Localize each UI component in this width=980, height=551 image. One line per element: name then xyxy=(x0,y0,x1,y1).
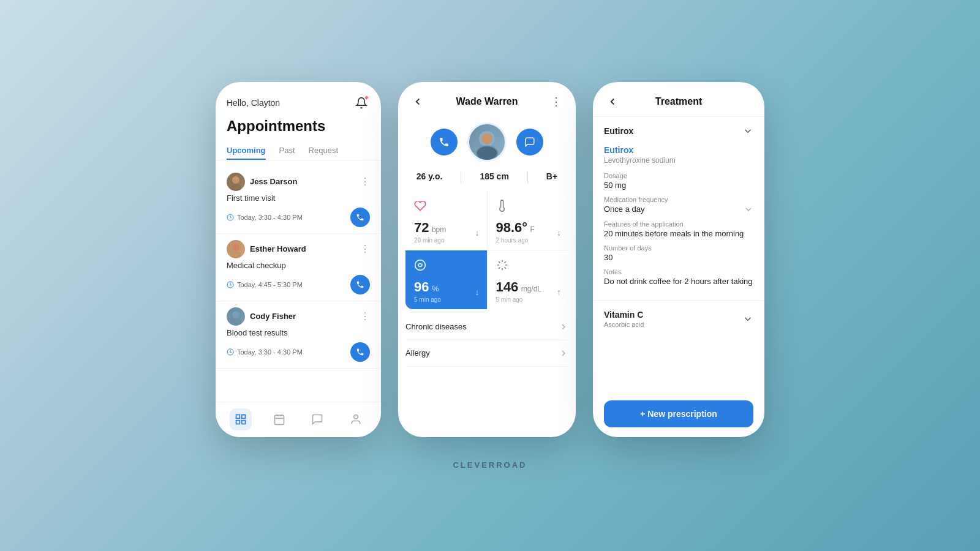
patient-age: 26 y.o. xyxy=(417,171,443,181)
treatment-back-button[interactable] xyxy=(604,93,621,110)
vital-blood-sugar: 146 mg/dL 5 min ago ↑ xyxy=(488,250,569,309)
svg-point-17 xyxy=(353,415,358,419)
call-button-2[interactable] xyxy=(350,275,370,294)
oxygen-unit: % xyxy=(432,284,439,293)
vitamin-c-name: Vitamin C xyxy=(604,310,644,320)
dosage-row: Dosage 50 mg xyxy=(604,172,753,190)
svg-point-4 xyxy=(230,251,241,258)
days-row: Number of days 30 xyxy=(604,244,753,262)
frequency-row: Medication frequency Once a day xyxy=(604,196,753,214)
svg-point-0 xyxy=(232,176,239,184)
patient-profile-phone: Wade Warren ⋮ 26 y.o. 185 cm xyxy=(398,82,576,437)
patient-avatar xyxy=(467,122,507,162)
svg-rect-9 xyxy=(236,415,240,419)
vital-temperature: 98.6° F 2 hours ago ↓ xyxy=(488,191,569,250)
greeting-text: Hello, Clayton xyxy=(227,98,280,108)
nav-calendar[interactable] xyxy=(268,408,290,430)
eutirox-section: Eutirox Eutirox Levothyroxine sodium Dos… xyxy=(593,117,764,301)
svg-point-3 xyxy=(232,244,239,251)
branding-text: CLEVERROAD xyxy=(453,460,527,470)
patient-name: Wade Warren xyxy=(456,96,518,107)
svg-point-21 xyxy=(477,146,497,160)
appointment-name-2: Esther Howard xyxy=(250,244,306,253)
features-row: Features of the application 20 minutes b… xyxy=(604,220,753,238)
temperature-unit: F xyxy=(530,225,535,234)
temperature-value: 98.6° xyxy=(496,220,528,235)
patient-stats: 26 y.o. 185 cm B+ xyxy=(398,167,576,191)
appointment-time-2: Today, 4:45 - 5:30 PM xyxy=(237,281,303,288)
appointment-name-3: Cody Fisher xyxy=(250,312,296,321)
more-options-3[interactable]: ⋮ xyxy=(360,310,370,322)
temperature-trend: ↓ xyxy=(557,228,561,238)
avatar-jess xyxy=(227,173,245,191)
nav-chat[interactable] xyxy=(306,408,328,430)
features-label: Features of the application xyxy=(604,220,753,228)
tab-request[interactable]: Request xyxy=(309,142,338,160)
phone2-header: Wade Warren ⋮ xyxy=(398,82,576,116)
temperature-time: 2 hours ago xyxy=(496,237,560,244)
vital-oxygen: 96 % 5 min ago ↓ xyxy=(405,250,487,309)
call-button-3[interactable] xyxy=(350,342,370,362)
message-patient-button[interactable] xyxy=(516,129,543,156)
appointment-desc-1: First time visit xyxy=(227,193,370,203)
eutirox-name: Eutirox xyxy=(604,126,633,136)
svg-rect-11 xyxy=(236,421,240,424)
days-value: 30 xyxy=(604,253,753,262)
back-button[interactable] xyxy=(409,93,426,110)
chronic-diseases-link[interactable]: Chronic diseases xyxy=(405,314,568,340)
svg-point-1 xyxy=(230,184,241,191)
oxygen-value: 96 xyxy=(414,279,429,294)
svg-rect-10 xyxy=(242,415,246,419)
more-options-1[interactable]: ⋮ xyxy=(360,176,370,187)
bottom-nav xyxy=(216,402,381,437)
eutirox-header[interactable]: Eutirox xyxy=(593,117,764,145)
call-patient-button[interactable] xyxy=(431,129,458,156)
thermometer-icon xyxy=(496,200,560,215)
drug-name: Eutirox xyxy=(604,145,753,155)
eutirox-content: Eutirox Levothyroxine sodium Dosage 50 m… xyxy=(593,145,764,301)
heart-rate-trend: ↓ xyxy=(475,228,480,238)
chronic-diseases-label: Chronic diseases xyxy=(405,322,467,331)
nav-grid[interactable] xyxy=(230,408,252,430)
phone3-header: Treatment xyxy=(593,82,764,117)
notes-value: Do not drink coffee for 2 hours after ta… xyxy=(604,277,753,286)
oxygen-icon xyxy=(414,259,478,274)
heart-rate-time: 20 min ago xyxy=(414,237,478,244)
notes-row: Notes Do not drink coffee for 2 hours af… xyxy=(604,268,753,286)
avatar-cody xyxy=(227,307,245,326)
appointments-phone: Hello, Clayton Appointments Upcoming Pas… xyxy=(216,82,381,437)
appointment-time-3: Today, 3:30 - 4:30 PM xyxy=(237,348,303,356)
vitamin-c-chevron xyxy=(742,313,753,324)
phone1-header: Hello, Clayton xyxy=(216,82,381,118)
appointment-name-1: Jess Darson xyxy=(250,177,297,186)
freq-value: Once a day xyxy=(604,204,645,214)
oxygen-time: 5 min ago xyxy=(414,296,478,303)
more-options-2[interactable]: ⋮ xyxy=(360,243,370,255)
blood-sugar-time: 5 min ago xyxy=(496,296,560,303)
more-menu-button[interactable]: ⋮ xyxy=(548,93,565,110)
svg-rect-13 xyxy=(274,415,284,424)
notification-icon[interactable] xyxy=(353,94,370,111)
tab-upcoming[interactable]: Upcoming xyxy=(227,142,266,160)
blood-sugar-trend: ↑ xyxy=(557,287,561,297)
appointment-card-1: Jess Darson ⋮ First time visit Today, 3:… xyxy=(216,167,381,234)
svg-point-20 xyxy=(481,133,492,144)
svg-point-7 xyxy=(230,318,241,326)
vital-heart-rate: 72 bpm 20 min ago ↓ xyxy=(405,191,487,250)
appointment-card-3: Cody Fisher ⋮ Blood test results Today, … xyxy=(216,301,381,369)
appointment-desc-3: Blood test results xyxy=(227,328,370,337)
appointment-card-2: Esther Howard ⋮ Medical checkup Today, 4… xyxy=(216,234,381,301)
vitamin-c-section[interactable]: Vitamin C Ascorbic acid xyxy=(593,301,764,337)
tab-past[interactable]: Past xyxy=(279,142,295,160)
allergy-link[interactable]: Allergy xyxy=(405,340,568,367)
heart-rate-unit: bpm xyxy=(432,225,446,234)
call-button-1[interactable] xyxy=(350,208,370,227)
new-prescription-button[interactable]: + New prescription xyxy=(604,400,753,427)
blood-sugar-icon xyxy=(496,259,560,274)
days-label: Number of days xyxy=(604,244,753,252)
patient-height: 185 cm xyxy=(480,171,508,181)
patient-blood-type: B+ xyxy=(546,171,557,181)
treatment-title: Treatment xyxy=(655,96,702,107)
nav-profile[interactable] xyxy=(345,408,367,430)
notes-label: Notes xyxy=(604,268,753,276)
